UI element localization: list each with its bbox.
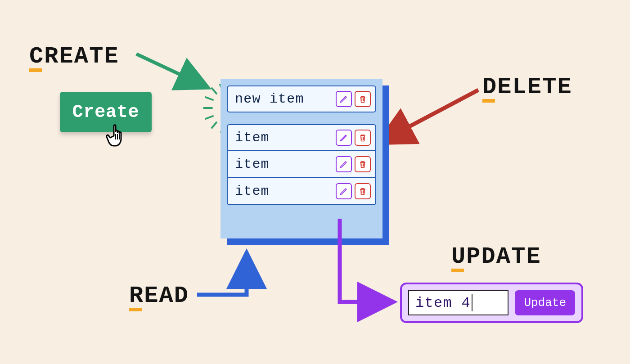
edit-button[interactable] bbox=[336, 183, 352, 199]
svg-line-7 bbox=[212, 88, 216, 94]
list-item: item bbox=[227, 178, 376, 205]
update-input[interactable]: item 4 bbox=[408, 290, 508, 315]
svg-line-4 bbox=[378, 90, 478, 143]
heading-underline bbox=[482, 99, 495, 103]
edit-button[interactable] bbox=[336, 91, 352, 107]
trash-icon bbox=[358, 94, 367, 103]
heading-update-text: UPDATE bbox=[451, 243, 541, 270]
heading-delete: DELETE bbox=[482, 76, 572, 99]
heading-update: UPDATE bbox=[451, 245, 541, 269]
list-stack: item item item bbox=[227, 124, 376, 205]
delete-button[interactable] bbox=[355, 91, 371, 107]
arrow-read bbox=[194, 244, 310, 321]
heading-create: CREATE bbox=[29, 45, 119, 68]
svg-line-3 bbox=[136, 54, 208, 88]
delete-button[interactable] bbox=[355, 156, 371, 172]
create-button-label: Create bbox=[72, 102, 140, 122]
pencil-icon bbox=[339, 133, 348, 142]
list-item: item bbox=[227, 151, 376, 178]
trash-icon bbox=[358, 187, 367, 196]
svg-line-11 bbox=[212, 122, 216, 128]
edit-button[interactable] bbox=[336, 156, 352, 172]
heading-underline bbox=[129, 308, 142, 311]
update-button[interactable]: Update bbox=[515, 290, 575, 315]
update-panel: item 4 Update bbox=[400, 283, 583, 323]
list-item-label: new item bbox=[235, 91, 333, 107]
trash-icon bbox=[358, 160, 367, 169]
list-item-label: item bbox=[235, 157, 333, 172]
diagram-canvas: CREATE READ UPDATE DELETE Create bbox=[0, 0, 630, 364]
list-item: item bbox=[227, 124, 376, 151]
edit-button[interactable] bbox=[336, 130, 352, 146]
heading-underline bbox=[451, 269, 464, 272]
pointer-cursor-icon bbox=[106, 121, 131, 148]
update-input-value: item 4 bbox=[415, 295, 471, 311]
pencil-icon bbox=[339, 94, 348, 103]
text-caret bbox=[472, 294, 473, 311]
heading-read-text: READ bbox=[129, 283, 189, 309]
heading-read: READ bbox=[129, 284, 189, 308]
pencil-icon bbox=[339, 187, 348, 196]
heading-create-text: CREATE bbox=[29, 43, 119, 70]
trash-icon bbox=[358, 133, 367, 142]
delete-button[interactable] bbox=[355, 130, 371, 146]
heading-underline bbox=[29, 68, 42, 72]
list-item-new: new item bbox=[227, 85, 376, 112]
svg-line-8 bbox=[206, 97, 213, 100]
svg-line-10 bbox=[206, 116, 213, 119]
arrow-create bbox=[132, 45, 222, 99]
list-panel: new item item bbox=[220, 79, 382, 238]
pencil-icon bbox=[339, 160, 348, 169]
heading-delete-text: DELETE bbox=[482, 74, 572, 100]
delete-button[interactable] bbox=[355, 183, 371, 199]
list-item-label: item bbox=[235, 130, 333, 145]
list-item-label: item bbox=[235, 184, 333, 199]
update-button-label: Update bbox=[524, 296, 566, 310]
